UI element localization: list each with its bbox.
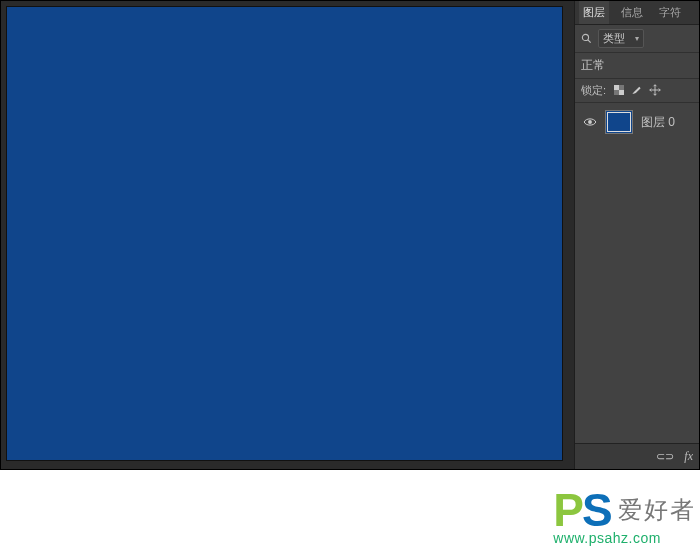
- tab-characters[interactable]: 字符: [655, 1, 685, 24]
- layer-name[interactable]: 图层 0: [641, 114, 675, 131]
- watermark-logo-s: S: [582, 484, 611, 536]
- svg-point-5: [588, 120, 592, 124]
- blend-mode-label: 正常: [581, 57, 605, 74]
- search-icon: [581, 33, 592, 44]
- layer-panel-footer: ⊂⊃ fx: [575, 443, 699, 469]
- canvas-area: [1, 1, 574, 469]
- svg-rect-4: [619, 90, 624, 95]
- svg-line-1: [588, 40, 591, 43]
- layer-fx-icon[interactable]: fx: [684, 449, 693, 464]
- document-canvas[interactable]: [6, 6, 563, 461]
- tab-info[interactable]: 信息: [617, 1, 647, 24]
- panel-tabs: 图层 信息 字符: [575, 1, 699, 25]
- visibility-eye-icon[interactable]: [583, 117, 597, 127]
- watermark-logo-p: P: [553, 484, 582, 536]
- lock-transparency-icon[interactable]: [614, 85, 624, 97]
- lock-position-icon[interactable]: [649, 84, 661, 98]
- app-frame: 图层 信息 字符 类型 ▾ 正常 锁定:: [0, 0, 700, 470]
- filter-row: 类型 ▾: [575, 25, 699, 53]
- svg-point-0: [582, 34, 588, 40]
- layer-item[interactable]: 图层 0: [575, 107, 699, 137]
- lock-brush-icon[interactable]: [631, 84, 642, 97]
- layer-thumbnail[interactable]: [605, 110, 633, 134]
- chevron-down-icon: ▾: [635, 34, 639, 43]
- watermark-cn: 爱好者: [618, 497, 696, 523]
- right-panel: 图层 信息 字符 类型 ▾ 正常 锁定:: [574, 1, 699, 469]
- watermark-logo: PS 爱好者: [553, 491, 696, 534]
- link-layers-icon[interactable]: ⊂⊃: [656, 450, 674, 463]
- lock-label: 锁定:: [581, 83, 606, 98]
- blend-mode-row[interactable]: 正常: [575, 53, 699, 79]
- layer-kind-label: 类型: [603, 31, 625, 46]
- lock-row: 锁定:: [575, 79, 699, 103]
- lock-icons: [614, 84, 661, 98]
- svg-rect-3: [614, 85, 619, 90]
- layer-list: 图层 0: [575, 103, 699, 443]
- layer-kind-select[interactable]: 类型 ▾: [598, 29, 644, 48]
- watermark: PS 爱好者 www.psahz.com: [553, 491, 696, 546]
- tab-layers[interactable]: 图层: [579, 1, 609, 24]
